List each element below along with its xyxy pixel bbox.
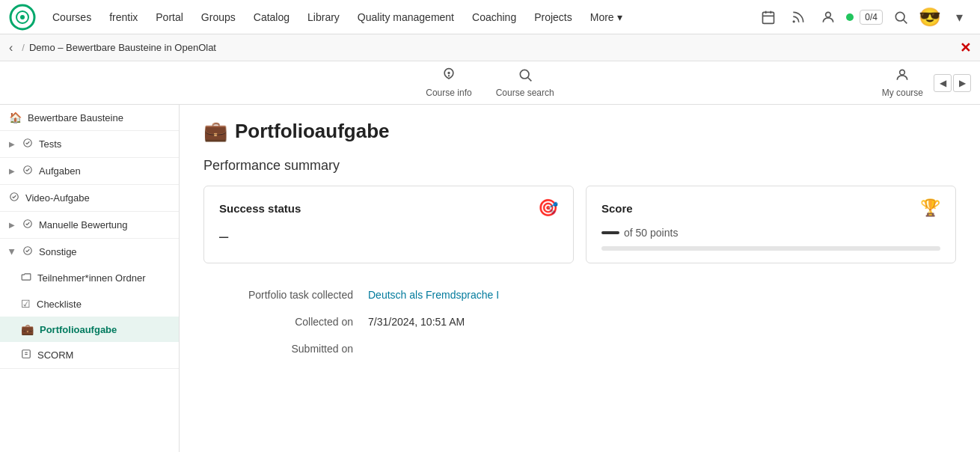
page-title: 💼 Portfolioaufgabe (203, 120, 956, 143)
detail-label-0: Portfolio task collected (203, 289, 368, 301)
scorm-icon (21, 349, 31, 361)
folder-icon (21, 272, 31, 284)
search-icon[interactable] (889, 5, 913, 29)
top-nav: Courses frentix Portal Groups Catalog Li… (0, 0, 980, 34)
app-logo (9, 4, 36, 31)
nav-library[interactable]: Library (300, 7, 347, 28)
breadcrumb-bar: ‹ / Demo – Bewertbare Bausteine in OpenO… (0, 34, 980, 61)
toolbar-course-search[interactable]: Course search (484, 64, 566, 101)
sidebar-item-teilnehmer[interactable]: Teilnehmer*innen Ordner (0, 265, 179, 291)
nav-groups[interactable]: Groups (194, 7, 243, 28)
nav-more[interactable]: More ▾ (583, 7, 630, 28)
close-button[interactable]: ✕ (960, 40, 971, 56)
sidebar-item-checkliste[interactable]: ☑ Checkliste (0, 291, 179, 317)
my-course-button[interactable]: My course (875, 64, 931, 101)
detail-label-1: Collected on (203, 316, 368, 328)
nav-frentix[interactable]: frentix (102, 7, 145, 28)
score-of-points: of 50 points (624, 227, 678, 239)
course-search-icon (518, 67, 533, 86)
success-status-card: Success status 🎯 – (203, 186, 574, 263)
svg-point-8 (826, 12, 831, 17)
score-label: Score (601, 202, 633, 215)
dropdown-arrow-icon[interactable]: ▾ (947, 5, 971, 29)
tests-icon (22, 138, 33, 150)
calendar-icon[interactable] (756, 5, 780, 29)
nav-courses[interactable]: Courses (45, 7, 99, 28)
nav-quality-management[interactable]: Quality management (350, 7, 462, 28)
sidebar-item-aufgaben[interactable]: ▶ Aufgaben (0, 158, 179, 184)
toolbar-course-info[interactable]: Course info (414, 64, 483, 101)
score-header: Score 🏆 (601, 198, 940, 218)
back-button[interactable]: ‹ (9, 41, 13, 55)
portfolio-icon: 💼 (21, 323, 34, 335)
breadcrumb-text: Demo – Bewertbare Bausteine in OpenOlat (29, 42, 216, 53)
sidebar-section-4: ▶ Manuelle Bewertung (0, 212, 179, 239)
avatar[interactable]: 😎 (919, 7, 941, 28)
sidebar-section-1: ▶ Tests (0, 131, 179, 158)
sidebar-label-teilnehmer: Teilnehmer*innen Ordner (37, 272, 146, 284)
sidebar-item-sonstige[interactable]: ▶ Sonstige (0, 239, 179, 265)
sidebar-label-tests: Tests (39, 138, 61, 150)
svg-line-10 (904, 19, 907, 23)
home-icon: 🏠 (9, 112, 22, 123)
expand-arrow-sonstige: ▶ (8, 249, 16, 255)
score-bar-container (601, 246, 940, 251)
user-icon[interactable] (816, 5, 840, 29)
svg-line-14 (527, 78, 531, 82)
detail-value-0[interactable]: Deutsch als Fremdsprache I (368, 289, 499, 301)
status-dot (846, 13, 854, 21)
page-title-icon: 💼 (203, 120, 227, 143)
nav-projects[interactable]: Projects (527, 7, 580, 28)
page-title-text: Portfolioaufgabe (235, 120, 390, 143)
sidebar-item-video-aufgabe[interactable]: Video-Aufgabe (0, 185, 179, 211)
detail-value-1: 7/31/2024, 10:51 AM (368, 316, 465, 328)
expand-arrow-aufgaben: ▶ (9, 167, 15, 175)
sidebar-label-video: Video-Aufgabe (25, 192, 90, 204)
toolbar-course-search-label: Course search (496, 88, 554, 98)
svg-rect-3 (763, 12, 774, 23)
success-status-label: Success status (219, 202, 301, 215)
sidebar: 🏠 Bewertbare Bausteine ▶ Tests ▶ Aufgabe… (0, 105, 180, 452)
prev-button[interactable]: ◀ (934, 74, 952, 92)
my-course-icon (895, 67, 910, 86)
success-status-icon: 🎯 (538, 198, 558, 218)
detail-label-2: Submitted on (203, 343, 368, 355)
course-info-icon (441, 67, 456, 86)
sidebar-item-bewertbare-bausteine[interactable]: 🏠 Bewertbare Bausteine (0, 105, 179, 130)
details-table: Portfolio task collected Deutsch als Fre… (203, 281, 956, 362)
sidebar-item-manuelle[interactable]: ▶ Manuelle Bewertung (0, 212, 179, 238)
content-area: 💼 Portfolioaufgabe Performance summary S… (180, 105, 980, 452)
my-course-label: My course (882, 88, 923, 98)
next-button[interactable]: ▶ (953, 74, 971, 92)
details-row-1: Collected on 7/31/2024, 10:51 AM (203, 308, 956, 335)
performance-summary-heading: Performance summary (203, 158, 956, 174)
sonstige-icon (22, 245, 33, 258)
sidebar-section-0: 🏠 Bewertbare Bausteine (0, 105, 179, 131)
toolbar-course-info-label: Course info (426, 88, 471, 98)
sidebar-label-checkliste: Checkliste (37, 299, 82, 310)
score-dash (601, 231, 619, 234)
nav-portal[interactable]: Portal (148, 7, 191, 28)
sidebar-label-portfolio: Portfolioaufgabe (40, 324, 117, 335)
score-subtext: of 50 points (601, 227, 940, 239)
sidebar-section-5: ▶ Sonstige Teilnehmer*innen Ordner ☑ Che… (0, 239, 179, 369)
video-icon (9, 192, 19, 204)
nav-catalog[interactable]: Catalog (246, 7, 297, 28)
expand-arrow-tests: ▶ (9, 140, 15, 148)
breadcrumb-separator: / (22, 42, 25, 53)
cards-row: Success status 🎯 – Score 🏆 of 50 points (203, 186, 956, 263)
sidebar-label-manuelle: Manuelle Bewertung (39, 219, 128, 230)
expand-arrow-manuelle: ▶ (9, 221, 15, 229)
sidebar-item-tests[interactable]: ▶ Tests (0, 131, 179, 157)
counter-badge[interactable]: 0/4 (860, 10, 883, 25)
score-card: Score 🏆 of 50 points (586, 186, 956, 263)
svg-point-13 (520, 70, 529, 79)
aufgaben-icon (22, 165, 33, 177)
sidebar-item-portfolioaufgabe[interactable]: 💼 Portfolioaufgabe (0, 317, 179, 342)
sidebar-label-bewertbare: Bewertbare Bausteine (28, 112, 123, 123)
rss-icon[interactable] (786, 5, 810, 29)
sidebar-item-scorm[interactable]: SCORM (0, 342, 179, 368)
sidebar-section-2: ▶ Aufgaben (0, 158, 179, 185)
nav-coaching[interactable]: Coaching (465, 7, 524, 28)
toolbar-right: My course ◀ ▶ (875, 64, 971, 101)
